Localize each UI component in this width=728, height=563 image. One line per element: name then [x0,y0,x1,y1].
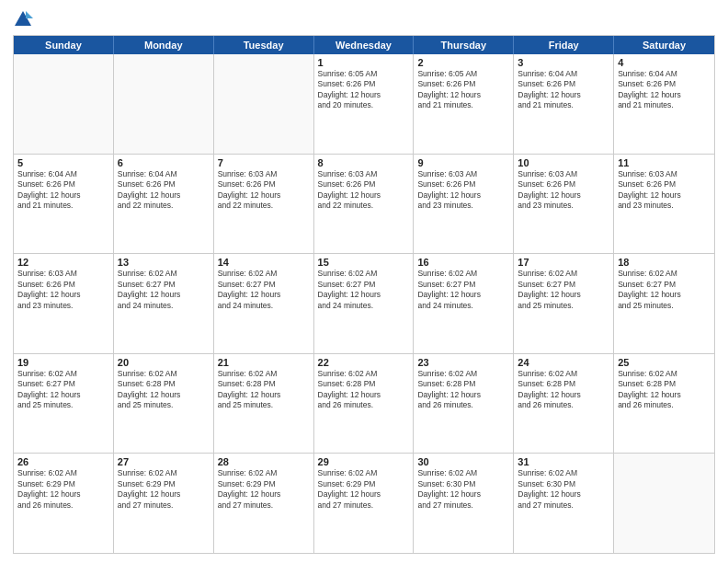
calendar-cell: 2Sunrise: 6:05 AM Sunset: 6:26 PM Daylig… [414,54,514,154]
day-number: 3 [518,57,609,68]
calendar-cell: 6Sunrise: 6:04 AM Sunset: 6:26 PM Daylig… [114,155,214,254]
calendar-cell: 26Sunrise: 6:02 AM Sunset: 6:29 PM Dayli… [14,454,114,553]
calendar-row: 19Sunrise: 6:02 AM Sunset: 6:27 PM Dayli… [14,354,714,454]
calendar-cell: 16Sunrise: 6:02 AM Sunset: 6:27 PM Dayli… [414,254,514,353]
calendar-cell: 12Sunrise: 6:03 AM Sunset: 6:26 PM Dayli… [14,254,114,353]
weekday-header: Sunday [14,36,114,54]
day-number: 30 [417,456,509,467]
day-info: Sunrise: 6:02 AM Sunset: 6:28 PM Dayligh… [518,369,609,411]
day-info: Sunrise: 6:02 AM Sunset: 6:28 PM Dayligh… [618,369,711,411]
day-info: Sunrise: 6:02 AM Sunset: 6:29 PM Dayligh… [17,468,109,511]
day-info: Sunrise: 6:02 AM Sunset: 6:27 PM Dayligh… [218,269,310,311]
day-info: Sunrise: 6:02 AM Sunset: 6:28 PM Dayligh… [118,369,210,411]
header [13,9,715,29]
day-number: 8 [318,157,410,168]
day-info: Sunrise: 6:03 AM Sunset: 6:26 PM Dayligh… [417,169,509,212]
page: SundayMondayTuesdayWednesdayThursdayFrid… [0,0,728,563]
calendar: SundayMondayTuesdayWednesdayThursdayFrid… [13,35,715,554]
calendar-row: 5Sunrise: 6:04 AM Sunset: 6:26 PM Daylig… [14,155,714,255]
day-info: Sunrise: 6:05 AM Sunset: 6:26 PM Dayligh… [417,69,509,111]
calendar-row: 26Sunrise: 6:02 AM Sunset: 6:29 PM Dayli… [14,454,714,553]
day-info: Sunrise: 6:04 AM Sunset: 6:26 PM Dayligh… [118,169,210,212]
weekday-header: Tuesday [214,36,314,54]
day-info: Sunrise: 6:02 AM Sunset: 6:28 PM Dayligh… [218,369,310,411]
day-number: 28 [218,456,310,467]
weekday-header: Thursday [414,36,514,54]
day-number: 16 [417,257,509,268]
day-info: Sunrise: 6:04 AM Sunset: 6:26 PM Dayligh… [17,169,109,212]
day-info: Sunrise: 6:04 AM Sunset: 6:26 PM Dayligh… [518,69,609,111]
calendar-cell: 11Sunrise: 6:03 AM Sunset: 6:26 PM Dayli… [614,155,714,254]
day-info: Sunrise: 6:02 AM Sunset: 6:27 PM Dayligh… [17,369,109,411]
day-info: Sunrise: 6:02 AM Sunset: 6:27 PM Dayligh… [518,269,609,311]
calendar-cell: 9Sunrise: 6:03 AM Sunset: 6:26 PM Daylig… [414,155,514,254]
calendar-cell: 4Sunrise: 6:04 AM Sunset: 6:26 PM Daylig… [614,54,714,154]
calendar-cell: 18Sunrise: 6:02 AM Sunset: 6:27 PM Dayli… [614,254,714,353]
day-number: 10 [518,157,609,168]
day-number: 13 [118,257,210,268]
day-info: Sunrise: 6:04 AM Sunset: 6:26 PM Dayligh… [618,69,711,111]
calendar-cell: 31Sunrise: 6:02 AM Sunset: 6:30 PM Dayli… [514,454,614,553]
calendar-cell [614,454,714,553]
calendar-cell: 24Sunrise: 6:02 AM Sunset: 6:28 PM Dayli… [514,354,614,454]
calendar-cell: 29Sunrise: 6:02 AM Sunset: 6:29 PM Dayli… [314,454,415,553]
calendar-row: 1Sunrise: 6:05 AM Sunset: 6:26 PM Daylig… [14,54,714,155]
calendar-cell: 30Sunrise: 6:02 AM Sunset: 6:30 PM Dayli… [414,454,514,553]
logo-icon [13,9,33,29]
day-number: 31 [518,456,609,467]
calendar-cell: 15Sunrise: 6:02 AM Sunset: 6:27 PM Dayli… [314,254,415,353]
calendar-cell: 3Sunrise: 6:04 AM Sunset: 6:26 PM Daylig… [514,54,614,154]
day-info: Sunrise: 6:02 AM Sunset: 6:27 PM Dayligh… [118,269,210,311]
calendar-row: 12Sunrise: 6:03 AM Sunset: 6:26 PM Dayli… [14,254,714,354]
calendar-cell: 25Sunrise: 6:02 AM Sunset: 6:28 PM Dayli… [614,354,714,454]
calendar-cell: 22Sunrise: 6:02 AM Sunset: 6:28 PM Dayli… [314,354,415,454]
calendar-cell: 27Sunrise: 6:02 AM Sunset: 6:29 PM Dayli… [114,454,214,553]
day-number: 2 [417,57,509,68]
day-info: Sunrise: 6:02 AM Sunset: 6:29 PM Dayligh… [318,468,410,511]
calendar-cell: 8Sunrise: 6:03 AM Sunset: 6:26 PM Daylig… [314,155,415,254]
calendar-cell: 17Sunrise: 6:02 AM Sunset: 6:27 PM Dayli… [514,254,614,353]
day-number: 4 [618,57,711,68]
logo [13,9,36,29]
day-number: 7 [218,157,310,168]
calendar-cell [114,54,214,154]
day-number: 26 [17,456,109,467]
day-info: Sunrise: 6:02 AM Sunset: 6:29 PM Dayligh… [118,468,210,511]
day-info: Sunrise: 6:02 AM Sunset: 6:28 PM Dayligh… [318,369,410,411]
day-number: 27 [118,456,210,467]
day-info: Sunrise: 6:02 AM Sunset: 6:29 PM Dayligh… [218,468,310,511]
calendar-cell: 23Sunrise: 6:02 AM Sunset: 6:28 PM Dayli… [414,354,514,454]
day-number: 25 [618,357,711,368]
calendar-cell: 14Sunrise: 6:02 AM Sunset: 6:27 PM Dayli… [214,254,314,353]
day-number: 20 [118,357,210,368]
calendar-cell: 1Sunrise: 6:05 AM Sunset: 6:26 PM Daylig… [314,54,415,154]
calendar-cell [14,54,114,154]
day-number: 24 [518,357,609,368]
day-info: Sunrise: 6:03 AM Sunset: 6:26 PM Dayligh… [618,169,711,212]
weekday-header: Saturday [614,36,714,54]
calendar-cell: 21Sunrise: 6:02 AM Sunset: 6:28 PM Dayli… [214,354,314,454]
weekday-header: Friday [514,36,614,54]
day-info: Sunrise: 6:02 AM Sunset: 6:27 PM Dayligh… [618,269,711,311]
day-number: 15 [318,257,410,268]
day-info: Sunrise: 6:02 AM Sunset: 6:28 PM Dayligh… [417,369,509,411]
weekday-header: Wednesday [314,36,415,54]
weekday-header: Monday [114,36,214,54]
day-number: 6 [118,157,210,168]
day-info: Sunrise: 6:05 AM Sunset: 6:26 PM Dayligh… [318,69,410,111]
day-info: Sunrise: 6:03 AM Sunset: 6:26 PM Dayligh… [518,169,609,212]
day-number: 14 [218,257,310,268]
day-number: 11 [618,157,711,168]
day-number: 18 [618,257,711,268]
day-number: 21 [218,357,310,368]
calendar-cell: 7Sunrise: 6:03 AM Sunset: 6:26 PM Daylig… [214,155,314,254]
day-info: Sunrise: 6:02 AM Sunset: 6:27 PM Dayligh… [417,269,509,311]
day-number: 29 [318,456,410,467]
calendar-header: SundayMondayTuesdayWednesdayThursdayFrid… [14,36,714,54]
calendar-cell: 19Sunrise: 6:02 AM Sunset: 6:27 PM Dayli… [14,354,114,454]
day-number: 23 [417,357,509,368]
day-info: Sunrise: 6:02 AM Sunset: 6:27 PM Dayligh… [318,269,410,311]
day-info: Sunrise: 6:03 AM Sunset: 6:26 PM Dayligh… [17,269,109,311]
day-number: 5 [17,157,109,168]
day-info: Sunrise: 6:03 AM Sunset: 6:26 PM Dayligh… [218,169,310,212]
